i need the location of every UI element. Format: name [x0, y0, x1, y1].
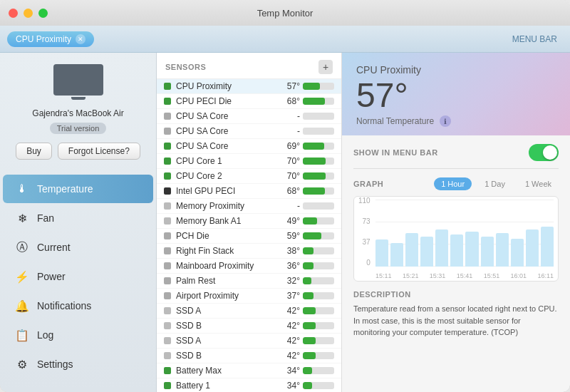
sidebar-item-log[interactable]: 📋 Log	[3, 321, 153, 349]
sensor-dot	[164, 232, 171, 239]
sensor-dot	[164, 247, 171, 254]
sensor-bar-fill	[303, 352, 316, 359]
sensor-name: PCH Die	[176, 231, 280, 241]
graph-content	[375, 200, 554, 267]
log-icon: 📋	[14, 327, 30, 343]
sensor-name: Memory Proximity	[176, 201, 280, 211]
sensor-bar-fill	[303, 187, 325, 195]
sensor-bar-fill	[303, 83, 320, 90]
sensor-row[interactable]: SSD A 42°	[157, 334, 341, 349]
graph-bar	[375, 239, 388, 267]
window-title: Temp Monitor	[257, 8, 314, 19]
maximize-button[interactable]	[38, 9, 48, 18]
sensor-row[interactable]: CPU Proximity 57°	[157, 79, 341, 94]
sensor-row[interactable]: Mainboard Proximity 36°	[157, 259, 341, 274]
sensor-name: Battery Max	[176, 366, 280, 376]
sensor-name: CPU Core 1	[176, 156, 280, 166]
sensor-dot	[164, 202, 171, 210]
active-tab-pill[interactable]: CPU Proximity ✕	[7, 31, 94, 47]
menu-bar-toggle[interactable]	[529, 144, 559, 161]
graph-btn-1hour[interactable]: 1 Hour	[434, 177, 472, 190]
sensor-name: CPU SA Core	[176, 111, 280, 121]
temperature-icon: 🌡	[14, 181, 30, 197]
sidebar-item-settings[interactable]: ⚙ Settings	[3, 350, 153, 378]
graph-btn-1week[interactable]: 1 Week	[518, 177, 559, 190]
sensor-bar-bg	[303, 113, 334, 120]
sensor-row[interactable]: SSD B 42°	[157, 349, 341, 363]
nav-label-fan: Fan	[37, 212, 54, 224]
sensor-value: 69°	[280, 141, 300, 151]
sensor-row[interactable]: Palm Rest 32°	[157, 274, 341, 289]
titlebar: Temp Monitor	[0, 0, 570, 26]
sensor-bar-bg	[303, 187, 334, 195]
window-controls	[9, 9, 48, 18]
sensor-name: SSD B	[176, 321, 280, 331]
sensor-bar-bg	[303, 337, 334, 344]
x-label-1541: 15:41	[457, 272, 473, 279]
sensor-bar-fill	[303, 143, 324, 150]
sensor-name: SSD A	[176, 306, 280, 316]
sensor-row[interactable]: Battery 1 34°	[157, 378, 341, 392]
sensor-bar-bg	[303, 352, 334, 359]
minimize-button[interactable]	[24, 9, 33, 18]
sensor-dot	[164, 322, 171, 329]
sensor-row[interactable]: CPU SA Core -	[157, 124, 341, 139]
forgot-license-button[interactable]: Forgot License?	[58, 143, 140, 160]
sidebar-item-temperature[interactable]: 🌡 Temperature	[3, 175, 153, 203]
sensor-row[interactable]: CPU Core 1 70°	[157, 154, 341, 169]
sensor-bar-fill	[303, 217, 317, 225]
sensor-dot	[164, 83, 171, 90]
sensor-row[interactable]: Airport Proximity 37°	[157, 289, 341, 304]
sensor-row[interactable]: CPU SA Core -	[157, 109, 341, 124]
sensor-name: Memory Bank A1	[176, 216, 280, 226]
sensor-row[interactable]: CPU PECI Die 68°	[157, 94, 341, 109]
sensor-bar-bg	[303, 382, 334, 389]
sensors-title: SENSORS	[165, 63, 206, 71]
nav-items: 🌡 Temperature ❄ Fan Ⓐ Current ⚡ Power 🔔 …	[0, 174, 156, 379]
sensor-bar-fill	[303, 367, 312, 374]
graph-btn-1day[interactable]: 1 Day	[477, 177, 512, 190]
sensor-name: Airport Proximity	[176, 291, 280, 301]
sensor-row[interactable]: Memory Proximity -	[157, 199, 341, 214]
sidebar-item-notifications[interactable]: 🔔 Notifications	[3, 292, 153, 320]
sensor-row[interactable]: PCH Die 59°	[157, 229, 341, 244]
sensor-row[interactable]: Intel GPU PECI 68°	[157, 184, 341, 199]
sensor-row[interactable]: Right Fin Stack 38°	[157, 244, 341, 259]
sensor-row[interactable]: Memory Bank A1 49°	[157, 214, 341, 229]
detail-header: CPU Proximity 57° Normal Temperature ℹ	[342, 53, 570, 135]
sensor-value: 70°	[280, 156, 300, 166]
sensor-value: 32°	[280, 276, 300, 286]
sensor-row[interactable]: CPU SA Core 69°	[157, 139, 341, 154]
sensor-bar-bg	[303, 367, 334, 374]
nav-label-settings: Settings	[37, 359, 73, 370]
sensor-row[interactable]: CPU Core 2 70°	[157, 169, 341, 184]
sensor-bar-bg	[303, 292, 334, 299]
graph-bar	[481, 237, 494, 267]
sensor-row[interactable]: SSD B 42°	[157, 319, 341, 334]
sensor-name: Mainboard Proximity	[176, 261, 280, 271]
graph-bar	[541, 227, 554, 267]
sidebar-item-current[interactable]: Ⓐ Current	[3, 233, 153, 262]
sidebar-item-fan[interactable]: ❄ Fan	[3, 204, 153, 232]
x-label-1551: 15:51	[484, 272, 500, 279]
sensors-list[interactable]: CPU Proximity 57° CPU PECI Die 68° CPU S…	[157, 79, 341, 392]
tab-close-icon[interactable]: ✕	[76, 34, 86, 44]
sensor-value: 42°	[280, 306, 300, 316]
sensor-bar-fill	[303, 382, 312, 389]
sensor-value: 68°	[280, 186, 300, 196]
device-icon	[53, 64, 103, 96]
buy-button[interactable]: Buy	[16, 143, 52, 160]
sensor-dot	[164, 143, 171, 150]
info-icon[interactable]: ℹ	[440, 115, 451, 127]
close-button[interactable]	[9, 9, 18, 18]
sensor-value: 34°	[280, 381, 300, 391]
nav-label-power: Power	[37, 271, 66, 282]
sidebar-item-power[interactable]: ⚡ Power	[3, 262, 153, 291]
add-sensor-button[interactable]: +	[318, 60, 333, 74]
sensor-row[interactable]: Battery Max 34°	[157, 363, 341, 378]
toolbar: CPU Proximity ✕ MENU BAR	[0, 26, 570, 53]
fan-icon: ❄	[14, 210, 30, 226]
sensor-row[interactable]: SSD A 42°	[157, 304, 341, 319]
sensor-bar-bg	[303, 172, 334, 180]
graph-y-axis: 110 73 37 0	[358, 197, 370, 267]
